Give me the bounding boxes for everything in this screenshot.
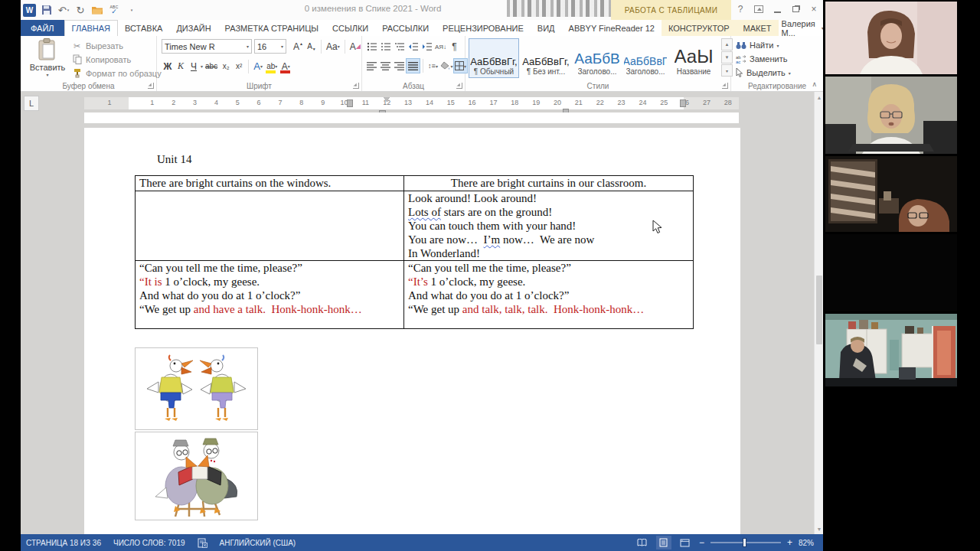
highlight-button[interactable]: ab▾ [265, 59, 279, 73]
font-color-button[interactable]: А▾ [279, 59, 292, 73]
decrease-indent-button[interactable] [407, 40, 420, 54]
style-heading-1[interactable]: АаБбВ Заголово... [573, 38, 622, 78]
tab-design[interactable]: ДИЗАЙН [169, 20, 217, 36]
read-mode-icon[interactable] [635, 536, 650, 549]
copy-button[interactable]: Копировать [71, 53, 162, 67]
line-spacing-button[interactable]: ↕≡▾ [426, 59, 439, 73]
zoom-slider-thumb[interactable] [743, 538, 746, 547]
participant-video-3[interactable] [825, 156, 957, 232]
italic-button[interactable]: К [175, 59, 187, 73]
page-indicator[interactable]: СТРАНИЦА 18 ИЗ 36 [26, 539, 101, 547]
justify-button[interactable] [407, 59, 420, 73]
tab-view[interactable]: ВИД [531, 20, 562, 36]
zoom-out-button[interactable]: − [699, 537, 704, 548]
bold-button[interactable]: Ж [162, 59, 174, 73]
participant-video-1[interactable] [825, 2, 957, 74]
style-normal[interactable]: АаБбВвГг, ¶ Обычный [469, 38, 519, 78]
table-cell[interactable]: “Can you tell me the time, please?”“It’s… [404, 261, 693, 328]
tab-table-layout[interactable]: МАКЕТ [737, 20, 779, 36]
qat-customize-icon[interactable]: ▾ [126, 3, 138, 17]
table-cell[interactable]: There are bright curtains in our classro… [404, 176, 693, 191]
align-right-button[interactable] [393, 59, 406, 73]
tab-file[interactable]: ФАЙЛ [21, 20, 64, 36]
save-icon[interactable] [41, 3, 53, 17]
restore-button[interactable] [788, 2, 803, 17]
align-center-button[interactable] [379, 59, 392, 73]
tab-page-layout[interactable]: РАЗМЕТКА СТРАНИЦЫ [218, 20, 325, 36]
font-size-combo[interactable]: 16 ▾ [254, 39, 286, 54]
numbering-button[interactable] [379, 40, 392, 54]
align-left-button[interactable] [365, 59, 378, 73]
sort-button[interactable]: АЯ↓ [434, 40, 447, 54]
find-button[interactable]: Найти ▾ [736, 41, 779, 50]
style-title[interactable]: АаЫ Название [669, 38, 718, 78]
word-count[interactable]: ЧИСЛО СЛОВ: 7019 [113, 539, 185, 547]
underline-caret-icon[interactable]: ▾ [201, 64, 203, 69]
minimize-button[interactable] [769, 2, 785, 17]
multilevel-list-button[interactable] [393, 40, 406, 54]
table-cell[interactable]: “Can you tell me the time, please?”“It i… [136, 261, 404, 328]
open-folder-icon[interactable] [91, 3, 103, 17]
strikethrough-button[interactable]: abc [204, 59, 219, 73]
cut-button[interactable]: ✂ Вырезать [71, 39, 162, 53]
participant-video-2[interactable] [825, 77, 957, 154]
tab-abbyy[interactable]: ABBYY FineReader 12 [562, 20, 662, 36]
select-button[interactable]: Выделить ▾ [736, 68, 791, 77]
grow-font-button[interactable]: А▲ [292, 39, 305, 54]
format-painter-button[interactable]: Формат по образцу [71, 67, 162, 80]
collapse-ribbon-button[interactable]: ∧ [812, 80, 817, 88]
scrollbar-thumb[interactable] [816, 276, 822, 344]
first-line-indent-marker[interactable] [384, 97, 390, 102]
tab-review[interactable]: РЕЦЕНЗИРОВАНИЕ [436, 20, 531, 36]
clipboard-dialog-launcher[interactable] [148, 83, 154, 89]
undo-icon[interactable]: ↶▾ [57, 3, 70, 17]
table-column-marker[interactable] [347, 99, 353, 107]
print-layout-icon[interactable] [656, 536, 671, 549]
figure-two-geese-reading[interactable] [135, 432, 258, 520]
tab-stop-selector[interactable]: L [24, 96, 39, 111]
clear-formatting-button[interactable]: А◢ [348, 39, 362, 54]
replace-button[interactable]: abac Заменить [736, 54, 787, 64]
shading-button[interactable]: ▾ [440, 59, 453, 73]
table-cell[interactable]: Look around! Look around!Lots of stars a… [404, 191, 693, 260]
close-button[interactable]: × [806, 2, 822, 17]
zoom-in-button[interactable]: + [787, 537, 792, 548]
font-family-combo[interactable]: Times New R ▾ [162, 39, 252, 54]
vertical-scrollbar[interactable]: ▲ ▼ [814, 92, 823, 534]
tab-table-design[interactable]: КОНСТРУКТОР [662, 20, 737, 36]
zoom-slider[interactable] [710, 542, 781, 543]
page[interactable]: Unit 14 There are bright curtains on the… [84, 128, 740, 534]
proofing-status-icon[interactable] [198, 538, 207, 548]
zoom-level[interactable]: 82% [799, 539, 814, 547]
increase-indent-button[interactable] [420, 40, 433, 54]
style-no-spacing[interactable]: АаБбВвГг, ¶ Без инт... [521, 38, 571, 78]
word-logo-icon[interactable]: W [23, 4, 36, 17]
help-button[interactable]: ? [733, 2, 748, 17]
table-cell[interactable] [136, 191, 404, 260]
underline-button[interactable]: Ч [188, 59, 200, 73]
paragraph-dialog-launcher[interactable] [456, 83, 462, 89]
participant-video-5[interactable] [825, 314, 957, 386]
participant-video-4[interactable] [825, 234, 957, 311]
shrink-font-button[interactable]: А▼ [305, 39, 318, 54]
style-heading-2[interactable]: АаБбВвГ Заголово... [623, 38, 668, 78]
font-dialog-launcher[interactable] [353, 83, 359, 89]
show-marks-button[interactable]: ¶ [448, 40, 461, 54]
tab-insert[interactable]: ВСТАВКА [118, 20, 169, 36]
horizontal-ruler[interactable]: 1 12345678910111213141516171819202122232… [84, 97, 739, 109]
superscript-button[interactable]: x² [233, 59, 245, 73]
paste-button[interactable]: Вставить ▾ [27, 38, 68, 81]
web-layout-icon[interactable] [678, 536, 693, 549]
table-cell[interactable]: There are bright curtains on the windows… [136, 176, 404, 191]
spelling-check-icon[interactable]: ABC ✓ [108, 3, 120, 17]
bullets-button[interactable] [365, 40, 378, 54]
text-effects-button[interactable]: А▾ [252, 59, 264, 73]
figure-two-geese-talking[interactable] [135, 347, 258, 430]
ribbon-display-options-button[interactable] [751, 2, 766, 17]
tab-references[interactable]: ССЫЛКИ [325, 20, 375, 36]
redo-icon[interactable]: ↻ [74, 3, 87, 17]
change-case-button[interactable]: Аа▾ [325, 39, 341, 54]
subscript-button[interactable]: x₂ [220, 59, 232, 73]
tab-home[interactable]: ГЛАВНАЯ [64, 20, 118, 36]
table-column-marker[interactable] [680, 99, 686, 107]
